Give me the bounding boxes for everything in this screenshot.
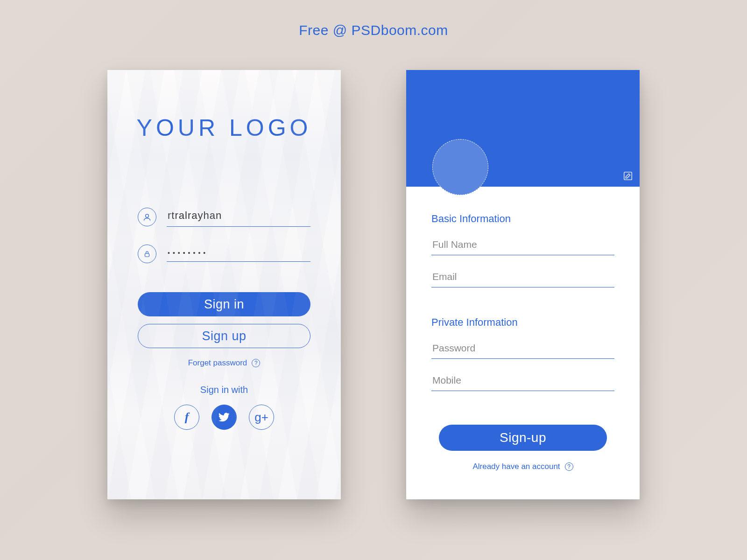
page-promo: Free @ PSDboom.com [0, 22, 747, 38]
signup-submit-button[interactable]: Sign-up [439, 425, 607, 451]
password-input[interactable] [167, 246, 310, 262]
login-card: YOUR LOGO Sign in S [107, 70, 341, 499]
signup-form: Basic Information Private Information Si… [406, 187, 640, 471]
google-plus-icon[interactable]: g+ [249, 405, 274, 430]
section-basic-title: Basic Information [431, 213, 614, 225]
already-have-account-label: Already have an account [472, 462, 560, 471]
signup-actions: Sign-up Already have an account ? [431, 425, 614, 471]
social-signin-label: Sign in with [200, 385, 248, 395]
already-have-account-link[interactable]: Already have an account ? [472, 462, 573, 471]
email-input[interactable] [431, 265, 614, 287]
svg-rect-2 [624, 172, 632, 180]
stage: YOUR LOGO Sign in S [0, 70, 747, 499]
login-fields [138, 207, 310, 263]
signin-button[interactable]: Sign in [138, 292, 310, 316]
svg-point-0 [146, 214, 149, 217]
fullname-input[interactable] [431, 232, 614, 255]
mobile-input[interactable] [431, 368, 614, 391]
twitter-icon[interactable] [211, 405, 237, 430]
svg-rect-1 [145, 253, 149, 257]
user-icon [138, 208, 156, 226]
help-icon: ? [252, 359, 260, 367]
username-field-row [138, 207, 310, 227]
forget-password-link[interactable]: Forget password ? [188, 358, 261, 368]
section-private-title: Private Information [431, 316, 614, 329]
login-buttons: Sign in Sign up [138, 292, 310, 348]
social-buttons: f g+ [174, 405, 274, 430]
signup-password-input[interactable] [431, 336, 614, 359]
password-field-row [138, 245, 310, 263]
help-icon: ? [565, 462, 573, 471]
avatar-placeholder[interactable] [432, 139, 488, 195]
lock-icon [138, 245, 156, 263]
username-input[interactable] [167, 207, 310, 227]
signup-button[interactable]: Sign up [138, 324, 310, 348]
signup-card: Basic Information Private Information Si… [406, 70, 640, 499]
edit-icon[interactable] [623, 171, 633, 181]
cover-area [406, 70, 640, 187]
logo-text: YOUR LOGO [137, 114, 312, 141]
facebook-icon[interactable]: f [174, 405, 199, 430]
forget-password-label: Forget password [188, 358, 247, 368]
